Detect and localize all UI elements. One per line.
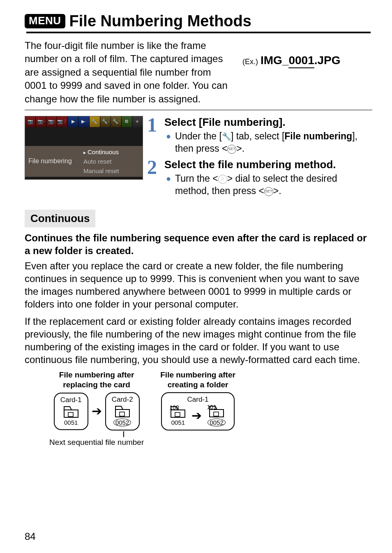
page-number: 84 [25,531,36,542]
example-label: (Ex.) [242,58,258,66]
filename-example: (Ex.) IMG_0001.JPG [242,54,341,68]
continuous-label: Continuous [25,210,95,227]
diagram-replace-card: File numbering after replacing the card … [49,370,144,447]
example-number: 0001 [288,54,314,68]
svg-rect-0 [68,412,73,416]
tab-camera-3: 📷: [46,116,57,127]
example-prefix: IMG_ [261,54,288,67]
separator [25,110,372,110]
menu-body: File numbering Continuous Auto reset Man… [25,127,143,179]
file-num-0052-r: 0052 [208,419,225,426]
dr-t1: File numbering after [160,370,235,379]
svg-rect-2 [175,412,180,416]
s1-end: >. [236,143,244,154]
folder-1: 0051 [63,406,79,426]
bullet-dot-icon: ● [166,173,171,197]
diagram-left-caption: Next sequential file number [49,438,144,447]
menu-option-continuous: Continuous [82,148,121,156]
tab-setup-3: 🔧: [111,116,122,127]
svg-rect-3 [214,412,219,416]
step-2-title: Select the file numbering method. [164,158,372,171]
set-button-icon: SET [227,145,236,154]
card-single-label: Card-1 [170,396,225,404]
folder-label-101: 101 [207,404,216,410]
step-number-2: 2 [147,158,160,197]
step-2-bullet: ● Turn the <◌> dial to select the desire… [166,173,372,197]
continuous-para-2: If the replacement card or existing fold… [25,315,372,366]
arrow-right-icon: ➔ [191,410,202,422]
folder-icon [63,406,79,418]
dr-t2: creating a folder [168,380,228,389]
step-1-bullet: ● Under the [🔧] tab, select [File number… [166,130,372,155]
step-1-title: Select [File numbering]. [164,116,372,129]
step-2: 2 Select the file numbering method. ● Tu… [147,158,372,197]
file-num-0051: 0051 [64,419,78,426]
step-2-body: Select the file numbering method. ● Turn… [164,158,372,197]
tab-camera-2: 📷· [36,116,46,127]
folder-label-100: 100 [169,404,179,411]
page-title: File Numbering Methods [69,12,251,30]
menu-spacer [25,128,143,146]
tab-play-2: ▶· [78,116,89,127]
quick-dial-icon: ◌ [218,175,227,184]
dl-t1: File numbering after [59,370,134,379]
tab-mymenu: ★ [132,116,143,127]
card-2-label: Card-2 [112,396,133,404]
tab-custom: ⚙ [122,116,132,127]
menu-option-manual-reset: Manual reset [82,167,121,175]
tab-setup-2: 🔧· [100,116,111,127]
set-button-icon: SET [264,187,273,196]
dl-t2: replacing the card [63,380,130,389]
intro-text: The four-digit file number is like the f… [25,39,234,106]
file-num-0052: 0052 [113,419,131,426]
menu-option-auto-reset: Auto reset [82,157,121,166]
s2-end: >. [273,185,281,196]
folder-icon [115,405,130,418]
file-num-0051-r: 0051 [171,419,185,426]
step-2-text: Turn the <◌> dial to select the desired … [175,173,372,197]
wrench-icon: 🔧 [222,132,231,141]
s2-pre: Turn the < [175,173,218,184]
svg-rect-1 [120,412,125,416]
steps-list: 1 Select [File numbering]. ● Under the [… [147,116,372,201]
folder-100: 100 0051 [170,406,186,426]
tab-strip: 📷 📷· 📷: 📷⋮ ▶ ▶· 🔧 🔧· 🔧: ⚙ ★ [25,116,143,127]
example-ext: .JPG [314,54,341,67]
diagrams: File numbering after replacing the card … [25,370,372,447]
diagram-left-cards: Card-1 0051 ➔ Card-2 0052 [49,392,144,430]
folder-101: 101 0052 [208,405,225,426]
continuous-subhead: Continues the file numbering sequence ev… [25,231,372,257]
diagram-right-title: File numbering after creating a folder [160,370,235,390]
menu-row-label: File numbering [28,157,82,165]
tab-play-1: ▶ [68,116,78,127]
menu-badge: MENU [25,14,65,28]
card-2-box: Card-2 0052 [105,392,140,430]
s1-mid: ] tab, select [ [231,131,284,141]
card-1-label: Card-1 [60,396,82,404]
step-1-body: Select [File numbering]. ● Under the [🔧]… [164,116,372,155]
step-number-1: 1 [147,116,160,155]
menu-row-file-numbering: File numbering Continuous Auto reset Man… [25,146,143,177]
bullet-dot-icon: ● [166,130,171,155]
intro-wrap: The four-digit file number is like the f… [25,39,372,106]
card-box-single: Card-1 100 0051 ➔ 101 0052 [161,392,234,430]
camera-menu-screenshot: 📷 📷· 📷: 📷⋮ ▶ ▶· 🔧 🔧· 🔧: ⚙ ★ File numberi… [25,116,143,180]
example-filename: IMG_0001.JPG [261,54,341,68]
steps-area: 📷 📷· 📷: 📷⋮ ▶ ▶· 🔧 🔧· 🔧: ⚙ ★ File numberi… [25,116,372,201]
card-1-box: Card-1 0051 [54,393,88,430]
diagram-create-folder: File numbering after creating a folder C… [160,370,235,447]
pointer-line [123,431,124,437]
diagram-left-title: File numbering after replacing the card [49,370,144,390]
arrow-right-icon: ➔ [92,405,102,417]
title-underline [26,32,371,33]
folder-2: 0052 [113,405,131,426]
diagram-right-cards: Card-1 100 0051 ➔ 101 0052 [160,392,235,430]
s1-bold: File numbering [284,131,352,141]
page-title-row: MENU File Numbering Methods [25,12,372,30]
step-1-text: Under the [🔧] tab, select [File numberin… [175,130,372,155]
menu-options: Continuous Auto reset Manual reset [82,148,121,175]
step-1: 1 Select [File numbering]. ● Under the [… [147,116,372,155]
s1-pre: Under the [ [175,131,222,141]
tab-camera-1: 📷 [25,116,36,127]
tab-camera-4: 📷⋮ [57,116,68,127]
